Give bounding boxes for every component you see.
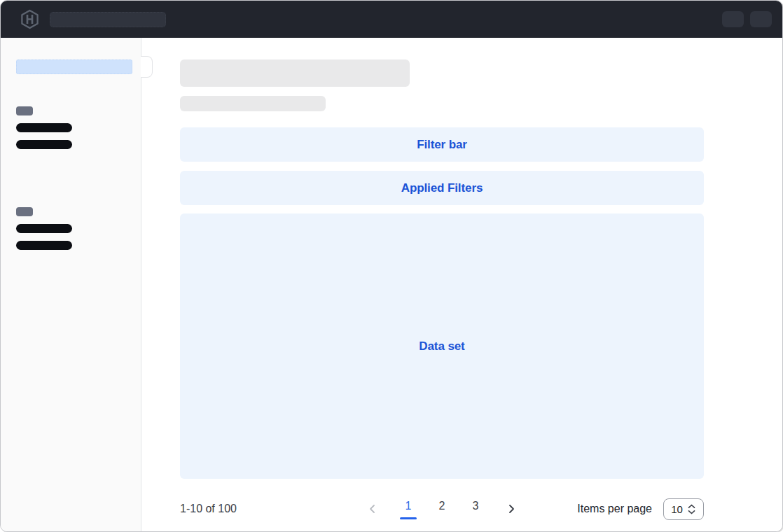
main-content: Filter bar Applied Filters Data set 1-10…: [141, 38, 782, 531]
top-navbar: [1, 1, 782, 38]
chevron-right-icon: [506, 503, 517, 514]
page-underline: [434, 517, 450, 519]
sidebar-section-2: [16, 207, 141, 250]
items-per-page-group: Items per page 10: [577, 498, 704, 520]
page-number: 2: [439, 499, 445, 513]
page-button-2[interactable]: 2: [428, 499, 456, 519]
chevron-left-icon: [367, 503, 378, 514]
items-per-page-value: 10: [671, 503, 683, 515]
page-button-1[interactable]: 1: [394, 499, 422, 519]
applied-filters-label: Applied Filters: [401, 181, 483, 195]
filter-bar-label: Filter bar: [417, 138, 467, 152]
sidebar-collapse-toggle[interactable]: [141, 56, 153, 78]
body-row: Filter bar Applied Filters Data set 1-10…: [1, 38, 782, 531]
nav-action-placeholder-1[interactable]: [722, 11, 744, 27]
page-title-placeholder: [180, 59, 410, 87]
pagination-bar: 1-10 of 100 1 2: [180, 487, 704, 531]
hashicorp-logo-icon: [20, 9, 40, 29]
pager: 1 2 3: [366, 499, 518, 519]
data-set-label: Data set: [419, 340, 464, 354]
sidebar-link-placeholder[interactable]: [16, 140, 72, 149]
page-button-3[interactable]: 3: [462, 499, 490, 519]
results-count: 1-10 of 100: [180, 503, 237, 515]
applied-filters-region: Applied Filters: [180, 171, 704, 205]
app-window: Filter bar Applied Filters Data set 1-10…: [0, 0, 783, 532]
caret-sort-icon: [687, 504, 696, 514]
nav-search-placeholder[interactable]: [50, 12, 166, 27]
nav-action-placeholder-2[interactable]: [750, 11, 772, 27]
page-underline: [467, 517, 484, 519]
sidebar-section-title-placeholder: [16, 106, 33, 115]
items-per-page-select[interactable]: 10: [663, 498, 704, 520]
items-per-page-label: Items per page: [577, 503, 652, 515]
sidebar-section-1: [16, 106, 141, 149]
sidebar: [1, 38, 141, 531]
previous-page-button[interactable]: [366, 502, 380, 516]
sidebar-link-placeholder[interactable]: [16, 224, 72, 233]
page-subtitle-placeholder: [180, 96, 326, 111]
next-page-button[interactable]: [504, 502, 518, 516]
sidebar-link-placeholder[interactable]: [16, 241, 72, 250]
filter-bar-region: Filter bar: [180, 127, 704, 162]
page-number: 3: [473, 499, 479, 513]
current-page-underline: [400, 517, 417, 519]
page-number: 1: [406, 499, 412, 513]
sidebar-link-placeholder[interactable]: [16, 123, 72, 132]
data-set-region: Data set: [180, 214, 704, 479]
sidebar-section-title-placeholder: [16, 207, 33, 216]
sidebar-selected-item-placeholder[interactable]: [16, 59, 132, 74]
